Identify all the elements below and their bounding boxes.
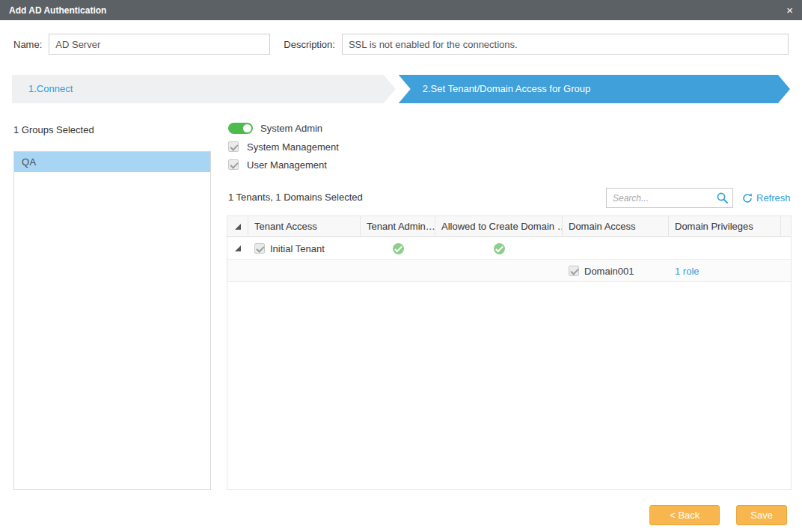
search-input[interactable] — [606, 188, 733, 208]
search-box — [606, 188, 733, 208]
refresh-button[interactable]: Refresh — [742, 192, 791, 204]
domain-checkbox[interactable] — [569, 266, 579, 276]
tenant-admin-cell — [361, 237, 435, 260]
user-management-label: User Management — [247, 159, 327, 171]
toggle-knob-icon — [243, 124, 251, 132]
expand-all-header-cell[interactable] — [227, 216, 248, 237]
group-list-item[interactable]: QA — [14, 152, 210, 172]
domain-row[interactable]: Domain001 1 role — [227, 260, 791, 282]
col-domain-privileges: Domain Privileges — [669, 216, 781, 237]
tenant-row[interactable]: Initial Tenant — [227, 237, 791, 260]
user-management-row: User Management — [228, 158, 327, 171]
empty-cell — [781, 260, 793, 282]
description-input[interactable] — [342, 34, 789, 55]
groups-list: QA — [13, 151, 211, 490]
wizard-step-1-connect[interactable]: 1.Connect — [12, 75, 396, 103]
empty-cell — [227, 260, 248, 282]
close-icon[interactable]: × — [786, 4, 793, 16]
tenant-access-table: Tenant Access Tenant Admin… Allowed to C… — [227, 215, 792, 490]
system-admin-label: System Admin — [260, 123, 322, 134]
allowed-create-domain-cell — [435, 237, 563, 260]
col-allowed-to-create-domain: Allowed to Create Domain … — [435, 216, 563, 237]
user-management-checkbox[interactable] — [228, 159, 239, 170]
tenant-access-cell: Initial Tenant — [248, 237, 361, 260]
save-button[interactable]: Save — [736, 505, 787, 525]
allowed-create-domain-check-icon — [494, 243, 505, 254]
add-ad-authentication-dialog: Add AD Authentication × Name: Descriptio… — [0, 0, 802, 532]
system-management-checkbox[interactable] — [228, 141, 239, 152]
dialog-title: Add AD Authentication — [9, 5, 106, 16]
empty-cell — [435, 260, 563, 282]
wizard-step-2-label: 2.Set Tenant/Domain Access for Group — [423, 83, 591, 94]
empty-cell — [781, 237, 793, 260]
empty-cell — [361, 260, 435, 282]
groups-selected-label: 1 Groups Selected — [13, 124, 94, 135]
domain-access-cell: Domain001 — [563, 260, 669, 282]
system-management-label: System Management — [247, 141, 339, 153]
tenant-expand-cell — [227, 237, 248, 260]
domain-name: Domain001 — [584, 266, 634, 277]
name-input[interactable] — [49, 34, 270, 55]
domain-privileges-link[interactable]: 1 role — [675, 266, 700, 277]
system-admin-row: System Admin — [228, 121, 322, 135]
empty-cell — [248, 260, 361, 282]
dialog-footer: < Back Save — [649, 505, 787, 525]
search-icon[interactable] — [716, 192, 729, 204]
empty-cell — [669, 237, 781, 260]
col-tenant-access: Tenant Access — [248, 216, 361, 237]
wizard-steps: 1.Connect 2.Set Tenant/Domain Access for… — [12, 75, 790, 103]
tenants-domains-summary: 1 Tenants, 1 Domains Selected — [228, 192, 363, 203]
back-button[interactable]: < Back — [649, 505, 720, 525]
col-domain-access: Domain Access — [563, 216, 669, 237]
row-expand-icon[interactable] — [235, 245, 241, 251]
wizard-step-1-label: 1.Connect — [28, 83, 73, 94]
col-tenant-admin: Tenant Admin… — [361, 216, 435, 237]
description-label: Description: — [284, 39, 335, 50]
name-label: Name: — [13, 39, 42, 50]
system-admin-toggle[interactable] — [228, 123, 253, 134]
refresh-label: Refresh — [756, 192, 791, 204]
refresh-icon — [742, 193, 753, 204]
system-management-row: System Management — [228, 140, 339, 153]
tenant-name: Initial Tenant — [270, 243, 325, 254]
table-header-row: Tenant Access Tenant Admin… Allowed to C… — [227, 216, 791, 237]
tenant-checkbox[interactable] — [254, 243, 265, 254]
wizard-step-2-tenant-domain-access[interactable]: 2.Set Tenant/Domain Access for Group — [399, 75, 790, 103]
tenant-admin-check-icon — [393, 243, 404, 254]
domain-privileges-cell: 1 role — [669, 260, 781, 282]
header-filler-cell — [781, 216, 793, 237]
dialog-titlebar: Add AD Authentication × — [0, 0, 802, 20]
form-row: Name: Description: — [13, 34, 789, 55]
empty-cell — [563, 237, 669, 260]
expand-all-icon — [235, 224, 241, 230]
